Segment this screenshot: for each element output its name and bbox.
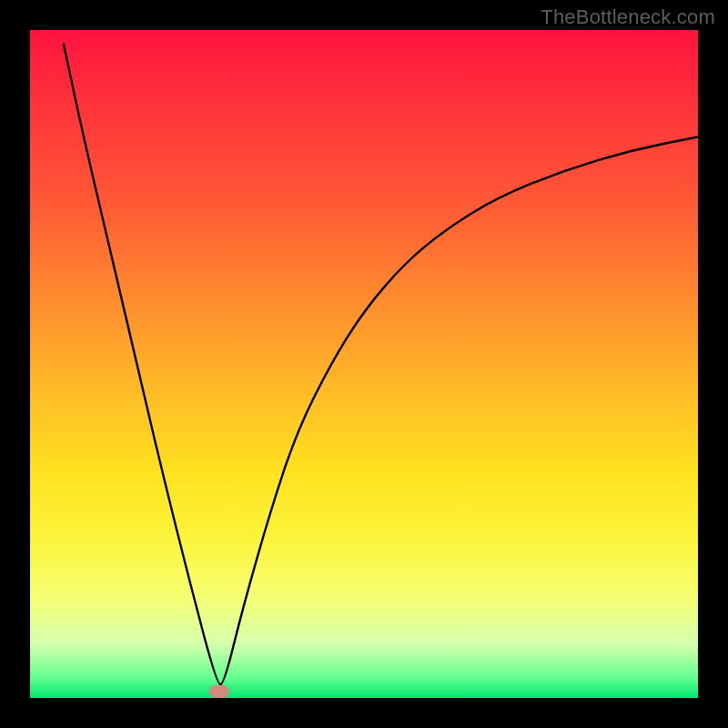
- plot-area: [30, 30, 698, 698]
- curve-svg: [30, 30, 698, 698]
- chart-frame: TheBottleneck.com: [0, 0, 728, 728]
- curve-path: [64, 44, 698, 685]
- watermark-text: TheBottleneck.com: [541, 5, 715, 29]
- min-marker: [209, 685, 229, 698]
